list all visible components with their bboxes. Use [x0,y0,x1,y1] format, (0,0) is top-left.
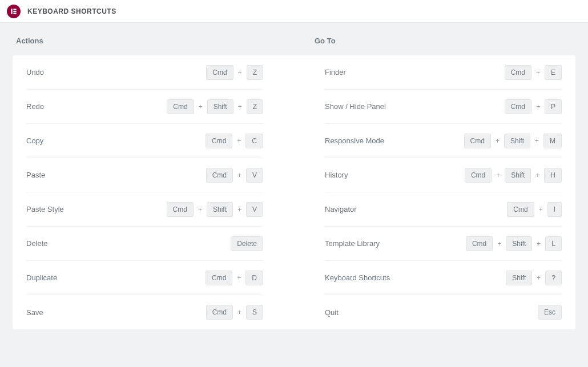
key-badge: M [543,134,562,148]
key-badge: D [245,271,263,285]
key-badge: S [246,305,263,320]
shortcut-label: Undo [26,68,44,76]
shortcut-keys: Cmd+Shift+V [167,202,263,217]
key-badge: Cmd [206,168,233,183]
shortcut-label: Navigator [325,205,357,213]
shortcut-row: RedoCmd+Shift+Z [26,90,263,124]
key-badge: Shift [505,168,531,183]
plus-separator: + [237,137,241,145]
plus-separator: + [536,103,540,111]
shortcut-row: QuitEsc [325,295,562,329]
key-badge: Cmd [465,168,492,183]
key-badge: Shift [506,236,532,251]
key-badge: Cmd [167,99,194,114]
key-badge: Cmd [167,202,194,217]
plus-separator: + [537,274,541,282]
shortcut-row: CopyCmd+C [26,124,263,158]
shortcut-label: Quit [325,308,339,317]
shortcut-label: Paste Style [26,205,64,213]
plus-separator: + [536,68,540,76]
shortcut-label: Redo [26,102,44,111]
elementor-logo-icon [7,5,21,18]
shortcut-keys: Cmd+D [206,271,263,285]
shortcut-row: DuplicateCmd+D [26,261,263,295]
key-badge: Delete [231,236,263,251]
column-title-actions: Actions [13,37,277,45]
svg-rect-1 [13,9,16,10]
shortcut-row: HistoryCmd+Shift+H [325,158,562,192]
left-column: Actions [13,37,277,55]
key-badge: Cmd [464,134,491,148]
plus-separator: + [238,68,242,76]
shortcut-keys: Cmd+Shift+H [465,168,562,183]
shortcut-row: SaveCmd+S [26,295,263,329]
shortcut-label: Responsive Mode [325,136,384,145]
plus-separator: + [496,137,500,145]
shortcut-keys: Cmd+E [505,65,562,80]
key-badge: E [545,65,562,80]
plus-separator: + [535,171,539,179]
shortcut-row: Template LibraryCmd+Shift+L [325,227,562,261]
shortcut-label: Keyboard Shortcuts [325,273,390,282]
key-badge: Cmd [507,202,534,217]
key-badge: Cmd [206,305,233,320]
shortcut-keys: Cmd+C [206,134,263,148]
shortcut-label: Paste [26,171,45,179]
svg-rect-0 [11,9,12,14]
shortcut-keys: Shift+? [506,271,562,285]
plus-separator: + [199,103,203,111]
shortcut-row: Show / Hide PanelCmd+P [325,90,562,124]
shortcut-row: PasteCmd+V [26,158,263,192]
key-badge: V [246,168,263,183]
shortcut-keys: Cmd+V [206,168,263,183]
key-badge: P [545,99,562,114]
key-badge: Cmd [206,134,232,148]
key-badge: Shift [504,134,530,148]
key-badge: I [547,202,562,217]
plus-separator: + [537,240,541,248]
shortcut-label: Show / Hide Panel [325,102,386,111]
shortcut-keys: Cmd+Shift+L [466,236,562,251]
key-badge: Cmd [505,65,531,80]
key-badge: Shift [207,99,233,114]
shortcut-keys: Cmd+I [507,202,562,217]
shortcut-label: Duplicate [26,273,57,282]
shortcut-row: DeleteDelete [26,227,263,261]
plus-separator: + [535,137,539,145]
content-area: ActionsGo ToUndoCmd+ZRedoCmd+Shift+ZCopy… [0,23,588,343]
key-badge: Cmd [206,65,233,80]
shortcut-row: Keyboard ShortcutsShift+? [325,261,562,295]
shortcut-label: History [325,171,348,179]
shortcuts-card: UndoCmd+ZRedoCmd+Shift+ZCopyCmd+CPasteCm… [13,55,575,329]
key-badge: Shift [207,202,233,217]
shortcut-label: Delete [26,239,48,248]
shortcut-row: UndoCmd+Z [26,55,263,90]
key-badge: C [245,134,263,148]
shortcut-row: Responsive ModeCmd+Shift+M [325,124,562,158]
shortcut-label: Template Library [325,239,380,248]
right-card-column: FinderCmd+EShow / Hide PanelCmd+PRespons… [311,55,575,329]
plus-separator: + [237,274,241,282]
plus-separator: + [497,240,501,248]
left-card-column: UndoCmd+ZRedoCmd+Shift+ZCopyCmd+CPasteCm… [13,55,277,329]
shortcut-keys: Cmd+Shift+M [464,134,562,148]
shortcut-keys: Cmd+P [505,99,562,114]
plus-separator: + [237,308,241,316]
column-title-goto: Go To [311,37,575,45]
key-badge: Cmd [206,271,232,285]
shortcut-label: Save [26,308,43,317]
plus-separator: + [237,171,241,179]
shortcut-keys: Cmd+Shift+Z [167,99,263,114]
shortcut-keys: Delete [231,236,263,251]
key-badge: Z [247,99,263,114]
key-badge: L [545,236,562,251]
right-column: Go To [311,37,575,55]
key-badge: ? [545,271,562,285]
plus-separator: + [539,205,543,213]
dialog-header: KEYBOARD SHORTCUTS [0,0,588,23]
key-badge: Shift [506,271,532,285]
plus-separator: + [198,205,202,213]
plus-separator: + [238,103,242,111]
key-badge: Z [247,65,263,80]
key-badge: Esc [538,305,562,320]
